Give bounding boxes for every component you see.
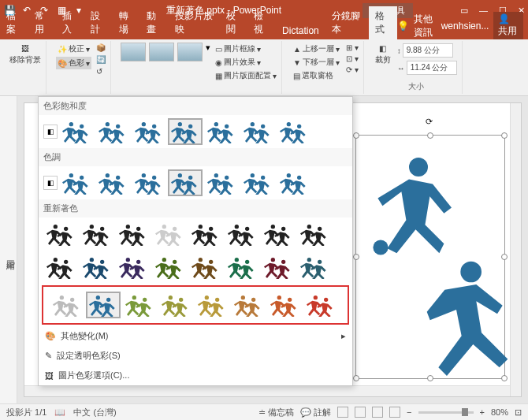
corrections-button[interactable]: ✨ 校正 ▾	[56, 43, 91, 55]
zoom-level[interactable]: 80%	[491, 407, 508, 417]
slide-image-player-2[interactable]	[411, 253, 521, 379]
color-swatch[interactable]	[267, 292, 302, 318]
color-swatch[interactable]	[50, 292, 84, 318]
color-swatch[interactable]	[261, 254, 296, 281]
color-swatch[interactable]	[168, 118, 203, 145]
color-swatch[interactable]	[303, 292, 338, 318]
vertical-scrollbar[interactable]	[510, 103, 521, 396]
tab-dictation[interactable]: Dictation	[276, 22, 325, 39]
set-transparent-item[interactable]: ✎ 設定透明色彩(S)	[39, 346, 352, 366]
color-swatch[interactable]	[204, 118, 239, 145]
color-swatch[interactable]	[152, 221, 187, 247]
tab-review[interactable]: 校閱	[220, 6, 248, 39]
color-swatch[interactable]	[231, 292, 266, 318]
slideshow-view-icon[interactable]	[389, 407, 400, 418]
color-swatch[interactable]	[95, 169, 130, 196]
color-swatch[interactable]	[116, 254, 151, 281]
zoom-in-icon[interactable]: +	[480, 407, 485, 417]
notes-button[interactable]: ≐ 備忘稿	[258, 407, 294, 418]
color-button[interactable]: 🎨 色彩 ▾	[56, 57, 91, 69]
saturation-reset-icon[interactable]: ◧	[43, 125, 58, 139]
zoom-out-icon[interactable]: −	[407, 407, 411, 417]
spellcheck-icon[interactable]: 📖	[54, 407, 65, 418]
user-name[interactable]: wenhsien...	[441, 20, 489, 32]
tab-transition[interactable]: 轉場	[113, 6, 141, 39]
height-input[interactable]: ↕ 9.88 公分	[396, 43, 459, 58]
slide-image-player-1[interactable]	[371, 151, 466, 269]
tone-reset-icon[interactable]: ◧	[43, 176, 58, 190]
tab-view[interactable]: 檢視	[247, 6, 276, 39]
more-variations-item[interactable]: 🎨 其他變化(M) ▸	[39, 326, 352, 346]
other-info[interactable]: 其他資訊	[414, 13, 437, 39]
color-swatch[interactable]	[152, 254, 187, 281]
style-preset-3[interactable]	[177, 43, 203, 61]
color-swatch[interactable]	[168, 169, 203, 196]
color-swatch[interactable]	[297, 254, 332, 281]
rotate-icon[interactable]: ⟳ ▾	[344, 65, 360, 75]
rotate-handle-icon[interactable]: ⟳	[426, 117, 433, 127]
styles-more-icon[interactable]: ▾	[206, 43, 210, 53]
normal-view-icon[interactable]	[337, 407, 348, 418]
picture-layout-button[interactable]: ▦ 圖片版面配置 ▾	[214, 69, 278, 82]
color-swatch[interactable]	[240, 118, 275, 145]
slide-counter[interactable]: 投影片 1/1	[6, 407, 46, 418]
send-backward-button[interactable]: ▼ 下移一層 ▾	[292, 56, 341, 69]
remove-background-button[interactable]: 🖼 移除背景	[8, 43, 43, 67]
color-swatch[interactable]	[188, 221, 223, 247]
color-swatch[interactable]	[122, 292, 157, 318]
bring-forward-button[interactable]: ▲ 上移一層 ▾	[292, 43, 341, 55]
color-swatch[interactable]	[86, 292, 121, 318]
fit-window-icon[interactable]: ⊡	[515, 407, 522, 418]
color-swatch[interactable]	[95, 118, 130, 145]
tab-format[interactable]: 格式	[369, 6, 397, 39]
color-swatch[interactable]	[80, 221, 114, 247]
tab-slideshow[interactable]: 投影片放映	[169, 6, 220, 39]
selection-pane-button[interactable]: ▤ 選取窗格	[292, 69, 341, 82]
color-swatch[interactable]	[277, 118, 311, 145]
color-swatch[interactable]	[225, 221, 259, 247]
compress-icon[interactable]: 📦	[95, 43, 107, 53]
language-indicator[interactable]: 中文 (台灣)	[73, 407, 116, 418]
tab-anim[interactable]: 動畫	[140, 6, 169, 39]
picture-border-button[interactable]: ▭ 圖片框線 ▾	[214, 43, 278, 55]
color-swatch[interactable]	[261, 221, 296, 247]
width-input[interactable]: ↔ 11.24 公分	[396, 60, 459, 76]
picture-color-options-item[interactable]: 🖼 圖片色彩選項(C)...	[39, 366, 352, 385]
tab-file[interactable]: 檔案	[0, 6, 28, 39]
group-icon[interactable]: ⊡ ▾	[344, 54, 360, 64]
reset-picture-icon[interactable]: ↺	[95, 66, 107, 76]
change-picture-icon[interactable]: 🔄	[95, 54, 107, 65]
style-preset-1[interactable]	[121, 43, 146, 61]
color-swatch[interactable]	[297, 221, 332, 247]
color-swatch[interactable]	[43, 221, 78, 247]
reading-view-icon[interactable]	[372, 407, 383, 418]
thumbnail-panel-collapsed[interactable]: 縮圖	[0, 96, 17, 403]
horizontal-scrollbar[interactable]	[24, 385, 510, 396]
crop-button[interactable]: ◧ 裁剪	[374, 43, 392, 67]
color-swatch[interactable]	[188, 254, 223, 281]
color-swatch[interactable]	[195, 292, 229, 318]
zoom-slider[interactable]	[418, 411, 474, 414]
color-swatch[interactable]	[277, 169, 311, 196]
color-swatch[interactable]	[43, 254, 78, 281]
color-swatch[interactable]	[59, 118, 94, 145]
color-swatch[interactable]	[116, 221, 151, 247]
sorter-view-icon[interactable]	[355, 407, 366, 418]
color-swatch[interactable]	[158, 292, 193, 318]
tab-insert[interactable]: 插入	[56, 6, 84, 39]
tab-design[interactable]: 設計	[84, 6, 113, 39]
tab-bunkyo[interactable]: 分鏡腳本	[325, 6, 369, 39]
color-swatch[interactable]	[59, 169, 94, 196]
tab-home[interactable]: 常用	[28, 6, 57, 39]
color-swatch[interactable]	[80, 254, 114, 281]
style-preset-2[interactable]	[149, 43, 174, 61]
comments-button[interactable]: 💬 註解	[300, 407, 331, 418]
color-swatch[interactable]	[240, 169, 275, 196]
share-button[interactable]: 👤 共用	[493, 12, 523, 39]
color-swatch[interactable]	[204, 169, 239, 196]
picture-effects-button[interactable]: ◉ 圖片效果 ▾	[214, 56, 278, 69]
color-swatch[interactable]	[132, 118, 166, 145]
color-swatch[interactable]	[132, 169, 166, 196]
lightbulb-icon[interactable]: 💡	[397, 20, 409, 32]
align-icon[interactable]: ⊞ ▾	[344, 43, 360, 53]
